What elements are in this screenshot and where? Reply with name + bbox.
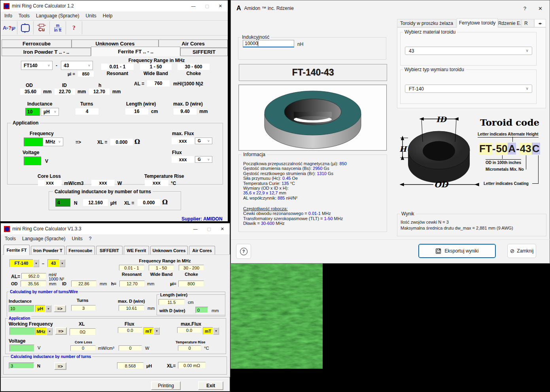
help-tool-button[interactable]: ? [66, 21, 82, 34]
inductance-input[interactable]: 10 [25, 108, 40, 116]
menu-info[interactable]: Info [1, 12, 15, 19]
application-legend: Application [8, 316, 31, 320]
tab-unknown-cores[interactable]: Unknown Cores [150, 246, 188, 255]
frequency-unit-combobox[interactable]: MHz˅ [43, 138, 63, 146]
info-text-block-1: Początkowa przepuszczalność magnetyczna … [243, 161, 347, 200]
flux-unit-combobox[interactable]: mT [144, 327, 154, 335]
tab-we-ferrit[interactable]: WE Ferrit [124, 246, 149, 255]
lc-circuit-tool-button[interactable] [17, 21, 34, 34]
xl-label: XL = [97, 139, 107, 145]
window-calculator-1-2: mini Ring Core Calculator 1.2 — ▢ ✕ Info… [0, 0, 228, 222]
flux-value: 0.0 [118, 327, 142, 333]
help-icon[interactable]: ? [524, 6, 526, 11]
core-material-combobox[interactable]: 43˅ [61, 61, 93, 70]
titlebar[interactable]: mini Ring Core Calculator V1.3.3 — ▢ ✕ [1, 223, 230, 234]
toroid-code-text: FT-50A-43C [479, 143, 540, 155]
coreloss-unit-2: W [117, 181, 122, 186]
material-combobox[interactable]: 43˅ [405, 47, 532, 55]
temprise-unit: °C [204, 346, 209, 351]
tab-sifferit[interactable]: SIFFERIT [96, 246, 123, 255]
maxflux-unit-combobox[interactable]: G˅ [195, 138, 212, 144]
toroid-photo-with-dimensions: ID H OD [399, 113, 480, 192]
tab-ferrite-ft[interactable]: Ferrite FT [4, 245, 30, 255]
core-material-combobox[interactable]: 43 [47, 259, 59, 267]
withd-input[interactable]: 0 [195, 307, 208, 313]
dropdown-icon[interactable]: ▼ [154, 327, 160, 335]
calculate-button[interactable]: => [54, 305, 66, 312]
uh-label: µH [110, 200, 117, 206]
calc-turns-wire-legend: Calculating by number of turns/Wire [9, 290, 79, 294]
working-frequency-input[interactable] [9, 328, 35, 335]
tab-e-cores[interactable]: Rdzenie E. [498, 19, 521, 27]
help-button[interactable]: ? [236, 244, 251, 259]
al-mu-tool-button[interactable]: AL?µi [1, 21, 17, 34]
frequency-input[interactable] [24, 138, 43, 146]
core-type-combobox[interactable]: FT140˅ [21, 61, 53, 70]
turns-n-input[interactable]: 3 [9, 362, 34, 369]
frequency-unit-combobox[interactable]: MHz [35, 328, 47, 335]
flux-label: Flux [172, 150, 182, 155]
inductance-input[interactable]: 10000 [243, 40, 294, 47]
tab-air-cores[interactable]: Air Cores [189, 246, 215, 255]
menu-tools[interactable]: Tools [2, 235, 19, 242]
inductance-unit-combobox[interactable]: µH˅ [41, 108, 59, 116]
tab-ferroxcube[interactable]: Ferroxcube [2, 40, 72, 48]
coreloss-value-1: xxx [38, 180, 62, 186]
menu-units[interactable]: Units [68, 235, 85, 242]
maximize-icon[interactable]: ▢ [207, 226, 211, 232]
xl2-label: XL = [124, 200, 134, 206]
copper-wire-tool-button[interactable]: Cu [34, 21, 50, 34]
close-icon[interactable]: ✕ [219, 4, 222, 9]
code-tick-a [512, 137, 513, 142]
core-type-combobox[interactable]: FT-140 [9, 259, 33, 267]
voltage-input[interactable] [9, 345, 34, 352]
dropdown-icon[interactable]: ▼ [33, 259, 39, 267]
turns-n-input[interactable]: 4 [55, 198, 70, 207]
units-m-inft-tool-button[interactable]: m in ft [50, 21, 66, 34]
coreloss-value-2: 0 [119, 345, 142, 351]
dropdown-icon[interactable]: ▼ [59, 259, 65, 267]
flux-unit-combobox[interactable]: G˅ [195, 156, 212, 163]
minimize-icon[interactable]: — [191, 4, 195, 8]
tab-iron-powder-toroids[interactable]: Toroidy w proszku żelaza [397, 19, 456, 27]
voltage-input[interactable] [24, 156, 41, 165]
close-icon[interactable]: ✕ [538, 6, 542, 11]
maximize-icon[interactable]: ▢ [205, 4, 209, 9]
tab-clipped[interactable]: R [522, 19, 534, 27]
tab-sifferit[interactable]: SIFFERIT [180, 48, 228, 56]
menu-tools[interactable]: Tools [15, 12, 33, 19]
menu-help[interactable]: ? [86, 235, 95, 242]
calculate-button[interactable]: => [55, 327, 67, 335]
temprise-value: 0 [178, 345, 201, 351]
size-combobox[interactable]: FT-140˅ [405, 85, 532, 93]
tab-ferroxcube[interactable]: Ferroxcube [66, 246, 95, 255]
titlebar[interactable]: A Amidon ™ inc. Rdzenie ? ✕ [231, 0, 550, 16]
titlebar[interactable]: mini Ring Core Calculator 1.2 — ▢ ✕ [0, 0, 228, 11]
exit-button[interactable]: Exit [198, 381, 223, 390]
freq-resonant-label: Resonant [119, 272, 144, 277]
coreloss-value-2: xxx [91, 180, 115, 186]
inductance-label: Inductance [9, 299, 32, 303]
calculate-button[interactable]: => [54, 362, 66, 370]
maxflux-unit-combobox[interactable]: mT [203, 327, 213, 335]
close-button[interactable]: ⊘ Zamknij [507, 244, 536, 258]
dropdown-icon[interactable]: ▼ [213, 327, 219, 335]
export-results-button[interactable]: Eksportuj wyniki [418, 244, 496, 258]
dropdown-icon[interactable]: ▼ [47, 328, 53, 335]
tab-scroll-buttons[interactable]: ◂▸ [534, 19, 546, 27]
menu-units[interactable]: Units [82, 12, 99, 19]
close-icon[interactable]: ✕ [221, 226, 224, 232]
inductance-input[interactable]: 10 [9, 305, 34, 312]
menu-language[interactable]: Language (Sprache) [33, 12, 82, 19]
dropdown-icon[interactable]: ▼ [45, 305, 51, 312]
inductance-unit-combobox[interactable]: µH [35, 305, 45, 312]
menu-language[interactable]: Language (Sprache) [19, 235, 68, 242]
chevron-down-icon: ˅ [88, 64, 90, 68]
tab-iron-powder[interactable]: Iron Powder T [31, 246, 65, 255]
menu-help[interactable]: Help [100, 12, 116, 19]
printing-button[interactable]: Printing [151, 381, 181, 390]
tab-iron-powder[interactable]: Iron Powder T .. - .. [2, 48, 91, 56]
minimize-icon[interactable]: — [193, 226, 197, 231]
tab-ferrite-ft[interactable]: Ferrite FT .. - .. [91, 47, 180, 56]
tab-ferrite-toroids[interactable]: Ferrytowe toroidy [457, 18, 498, 28]
